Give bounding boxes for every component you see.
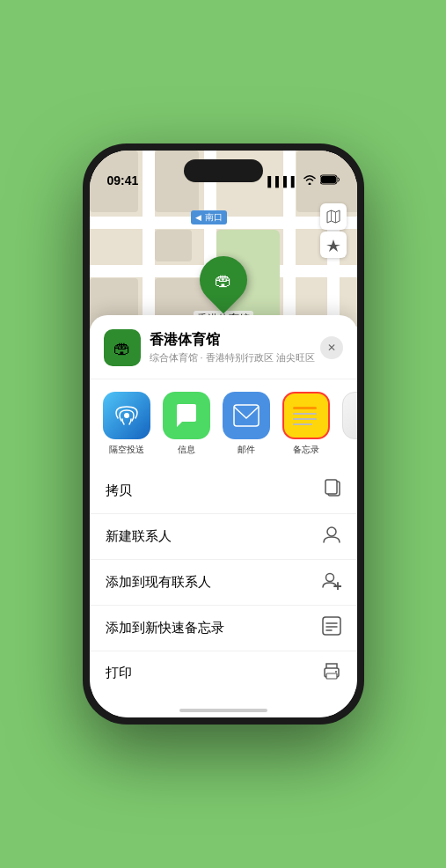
mail-label: 邮件 <box>238 444 255 456</box>
signal-icon: ▌▌▌▌ <box>267 176 298 187</box>
svg-point-6 <box>327 527 336 536</box>
print-label: 打印 <box>106 665 132 681</box>
svg-point-2 <box>124 413 129 418</box>
svg-point-11 <box>335 671 337 673</box>
add-contact-label: 添加到现有联系人 <box>106 574 211 591</box>
new-contact-icon <box>322 525 341 548</box>
battery-icon <box>320 174 340 188</box>
copy-label: 拷贝 <box>106 482 132 499</box>
map-controls <box>320 203 347 258</box>
mail-icon <box>223 392 270 439</box>
messages-label: 信息 <box>178 444 195 456</box>
bottom-sheet: 🏟 香港体育馆 综合体育馆 · 香港特别行政区 油尖旺区 ✕ 隔空投送 <box>90 315 357 717</box>
add-notes-icon <box>322 616 341 640</box>
action-new-contact[interactable]: 新建联系人 <box>90 513 357 559</box>
copy-icon <box>324 479 341 503</box>
map-location-label: ◀ 南口 <box>191 210 228 224</box>
svg-rect-10 <box>326 673 337 679</box>
dynamic-island <box>184 159 263 182</box>
share-row: 隔空投送 信息 邮件 <box>90 379 357 461</box>
venue-close-button[interactable]: ✕ <box>320 336 343 359</box>
messages-icon <box>163 392 210 439</box>
venue-info: 香港体育馆 综合体育馆 · 香港特别行政区 油尖旺区 <box>150 331 320 364</box>
share-item-more[interactable]: 推 <box>340 392 357 456</box>
action-list: 拷贝 新建联系人 添加到现有联系人 <box>90 461 357 702</box>
venue-name: 香港体育馆 <box>150 331 320 349</box>
status-time: 09:41 <box>107 173 139 188</box>
share-item-notes[interactable]: 备忘录 <box>280 392 333 456</box>
phone-screen: 09:41 ▌▌▌▌ <box>90 151 357 717</box>
print-icon <box>322 662 341 684</box>
venue-description: 综合体育馆 · 香港特别行政区 油尖旺区 <box>150 351 320 364</box>
svg-point-7 <box>325 574 333 582</box>
airdrop-icon <box>103 392 150 439</box>
share-item-mail[interactable]: 邮件 <box>220 392 273 456</box>
action-add-notes[interactable]: 添加到新快速备忘录 <box>90 605 357 651</box>
more-icon <box>342 392 357 439</box>
location-button[interactable] <box>320 232 347 258</box>
share-item-airdrop[interactable]: 隔空投送 <box>100 392 153 456</box>
map-type-button[interactable] <box>320 203 347 230</box>
add-notes-label: 添加到新快速备忘录 <box>106 620 224 636</box>
add-contact-icon <box>322 570 341 594</box>
svg-rect-1 <box>321 176 336 183</box>
venue-header: 🏟 香港体育馆 综合体育馆 · 香港特别行政区 油尖旺区 ✕ <box>90 329 357 379</box>
share-item-messages[interactable]: 信息 <box>160 392 213 456</box>
notes-icon <box>282 392 330 439</box>
venue-icon: 🏟 <box>104 329 141 366</box>
action-print[interactable]: 打印 <box>90 651 357 695</box>
action-add-contact[interactable]: 添加到现有联系人 <box>90 559 357 605</box>
svg-rect-5 <box>325 480 337 494</box>
action-copy[interactable]: 拷贝 <box>90 468 357 513</box>
svg-rect-3 <box>234 405 259 426</box>
phone-frame: 09:41 ▌▌▌▌ <box>83 143 364 725</box>
home-indicator <box>90 702 357 717</box>
airdrop-label: 隔空投送 <box>109 444 144 456</box>
notes-label: 备忘录 <box>293 444 319 456</box>
new-contact-label: 新建联系人 <box>106 528 172 545</box>
svg-rect-8 <box>323 617 340 635</box>
status-icons: ▌▌▌▌ <box>267 174 339 188</box>
wifi-icon <box>303 174 317 188</box>
